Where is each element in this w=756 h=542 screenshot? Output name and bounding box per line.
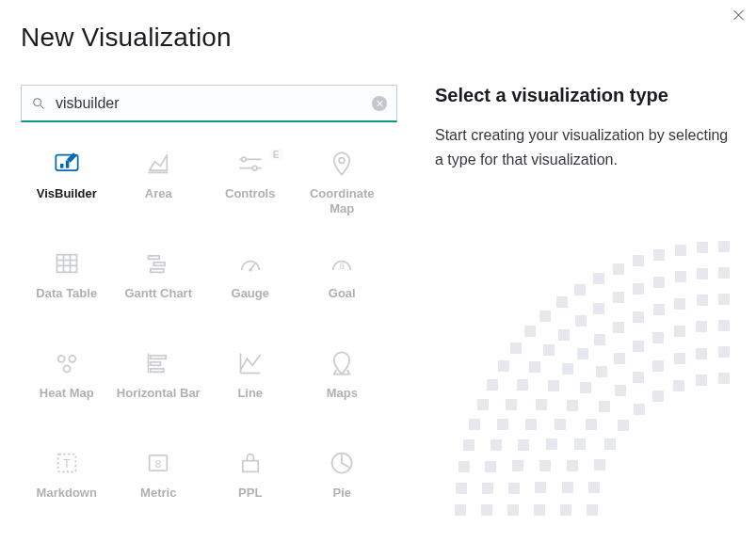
heat-map-icon (54, 350, 80, 376)
vis-type-ppl[interactable]: PPL (204, 450, 297, 523)
close-button[interactable] (732, 8, 747, 23)
controls-icon (237, 151, 264, 177)
visbuilder-icon (54, 151, 80, 177)
vis-type-line[interactable]: Line (204, 350, 297, 423)
vis-type-area[interactable]: Area (113, 151, 205, 224)
coordinate-map-icon (329, 151, 355, 177)
vis-type-label: Maps (327, 386, 358, 401)
vis-type-visbuilder[interactable]: VisBuilder (21, 151, 113, 224)
line-icon (237, 350, 264, 376)
decorative-dots (455, 241, 756, 542)
vis-type-label: Gauge (232, 286, 269, 301)
vis-type-label: Area (145, 186, 172, 201)
vis-type-label: Controls (225, 186, 275, 201)
search-icon (31, 96, 46, 111)
vis-type-controls[interactable]: EControls (204, 151, 297, 224)
vis-type-label: Data Table (36, 286, 97, 301)
vis-type-label: PPL (238, 486, 262, 501)
maps-icon (329, 350, 355, 376)
search-field[interactable] (21, 85, 397, 122)
experimental-badge: E (269, 149, 283, 161)
vis-type-label: VisBuilder (37, 186, 97, 201)
vis-type-coordinate-map[interactable]: Coordinate Map (297, 151, 389, 224)
vis-type-label: Goal (329, 286, 356, 301)
vis-type-label: Markdown (37, 486, 97, 501)
goal-icon (329, 250, 355, 277)
pie-icon (329, 450, 355, 476)
gantt-icon (145, 250, 171, 277)
vis-type-label: Line (237, 386, 263, 401)
vis-type-label: Horizontal Bar (117, 386, 201, 401)
metric-icon (145, 450, 171, 476)
vis-type-label: Gantt Chart (125, 286, 193, 301)
horizontal-bar-icon (145, 350, 171, 376)
vis-type-label: Coordinate Map (299, 186, 384, 217)
vis-type-pie[interactable]: Pie (297, 450, 389, 523)
modal-title: New Visualization (21, 23, 232, 53)
help-heading: Select a visualization type (435, 85, 736, 106)
vis-type-heat-map[interactable]: Heat Map (21, 350, 113, 423)
ppl-icon (237, 450, 264, 476)
vis-type-metric[interactable]: Metric (113, 450, 205, 523)
vis-type-label: Metric (140, 486, 176, 501)
area-icon (145, 151, 171, 177)
clear-search-button[interactable] (372, 96, 387, 111)
vis-type-gantt[interactable]: Gantt Chart (113, 250, 205, 324)
data-table-icon (54, 250, 80, 277)
vis-type-label: Heat Map (40, 386, 94, 401)
vis-type-goal[interactable]: Goal (297, 250, 389, 324)
visualization-type-list[interactable]: VisBuilderAreaEControlsCoordinate MapDat… (21, 132, 397, 542)
vis-type-data-table[interactable]: Data Table (21, 250, 113, 324)
vis-type-maps[interactable]: Maps (297, 350, 389, 423)
gauge-icon (237, 250, 264, 277)
help-panel: Select a visualization type Start creati… (435, 85, 736, 171)
markdown-icon (54, 450, 80, 476)
help-body: Start creating your visualization by sel… (435, 123, 736, 171)
vis-type-label: Pie (332, 486, 351, 501)
vis-type-horizontal-bar[interactable]: Horizontal Bar (113, 350, 205, 423)
vis-type-markdown[interactable]: Markdown (21, 450, 113, 523)
vis-type-gauge[interactable]: Gauge (204, 250, 297, 324)
search-input[interactable] (56, 95, 372, 112)
